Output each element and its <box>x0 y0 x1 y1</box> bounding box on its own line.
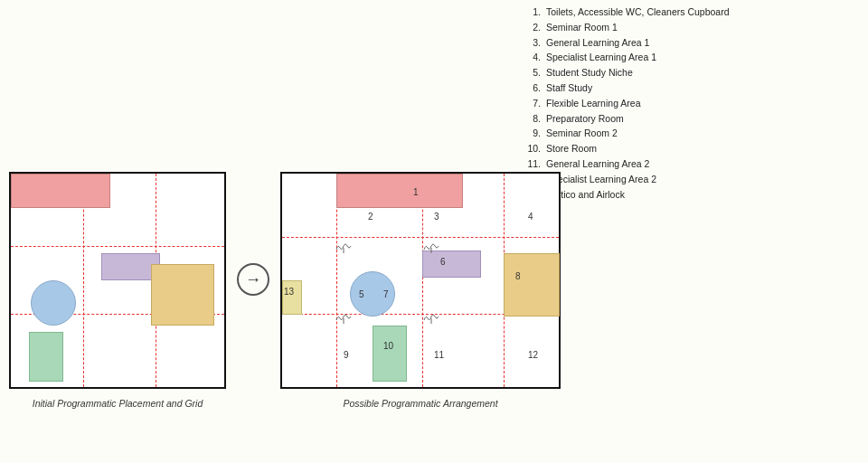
arrow-circle: → <box>237 263 269 296</box>
legend-item: 4.Specialist Learning Area 1 <box>524 50 859 65</box>
num-8: 8 <box>515 271 521 281</box>
num-1: 1 <box>413 187 419 197</box>
legend-label: Toilets, Accessible WC, Cleaners Cupboar… <box>546 5 730 20</box>
legend-label: Seminar Room 1 <box>546 20 618 35</box>
plant-1 <box>335 239 353 257</box>
legend-num: 2. <box>524 20 541 35</box>
right-block-yellow <box>504 253 560 317</box>
num-5: 5 <box>359 289 364 299</box>
legend-label: Preparatory Room <box>546 111 624 127</box>
num-10: 10 <box>383 341 393 351</box>
legend-label: General Learning Area 1 <box>546 35 649 51</box>
legend-label: Flexible Learning Area <box>546 96 640 111</box>
diagrams-row: Initial Programmatic Placement and Grid … <box>9 172 859 409</box>
grid-h1 <box>11 246 224 247</box>
legend-num: 9. <box>524 126 541 141</box>
num-3: 3 <box>434 212 439 222</box>
legend-num: 1. <box>524 5 541 20</box>
right-block-pink <box>336 174 463 208</box>
num-11: 11 <box>434 350 444 360</box>
legend-item: 8.Preparatory Room <box>524 111 859 127</box>
num-4: 4 <box>528 212 533 222</box>
block-yellow <box>151 264 214 326</box>
legend-item: 6.Staff Study <box>524 80 859 96</box>
legend-label: Staff Study <box>546 80 592 96</box>
legend-label: Student Study Niche <box>546 65 633 80</box>
right-diagram-wrapper: 2 3 4 7 9 11 12 1 6 8 5 10 13 <box>280 172 561 409</box>
legend-item: 5.Student Study Niche <box>524 65 859 80</box>
block-pink-left <box>11 174 110 208</box>
legend-item: 9.Seminar Room 2 <box>524 126 859 141</box>
legend-label: Store Room <box>546 141 597 156</box>
legend-label: General Learning Area 2 <box>546 156 649 172</box>
legend-num: 10. <box>524 141 541 156</box>
left-diagram-label: Initial Programmatic Placement and Grid <box>33 398 203 409</box>
num-7: 7 <box>383 289 389 299</box>
right-block-yellow-small <box>282 280 302 315</box>
block-green <box>29 332 63 382</box>
legend-num: 3. <box>524 35 541 51</box>
legend-num: 6. <box>524 80 541 96</box>
legend-item: 11.General Learning Area 2 <box>524 156 859 172</box>
legend-num: 8. <box>524 111 541 127</box>
legend-num: 4. <box>524 50 541 65</box>
arrow-container: → <box>235 171 271 388</box>
legend-num: 5. <box>524 65 541 80</box>
num-6: 6 <box>440 257 446 267</box>
plant-2 <box>422 239 440 257</box>
right-diagram-label: Possible Programmatic Arrangement <box>343 398 497 409</box>
num-12: 12 <box>528 350 538 360</box>
legend-num: 11. <box>524 156 541 172</box>
legend-num: 7. <box>524 96 541 111</box>
legend-item: 7.Flexible Learning Area <box>524 96 859 111</box>
legend-label: Seminar Room 2 <box>546 126 618 141</box>
left-floorplan <box>9 172 226 389</box>
num-2: 2 <box>368 212 373 222</box>
legend-item: 10.Store Room <box>524 141 859 156</box>
plant-4 <box>422 309 440 327</box>
right-floorplan: 2 3 4 7 9 11 12 1 6 8 5 10 13 <box>280 172 561 389</box>
block-circle-blue <box>31 280 76 326</box>
legend-item: 1.Toilets, Accessible WC, Cleaners Cupbo… <box>524 5 859 20</box>
num-9: 9 <box>344 350 349 360</box>
legend-label: Specialist Learning Area 1 <box>546 50 656 65</box>
num-13: 13 <box>284 287 294 297</box>
legend-item: 2.Seminar Room 1 <box>524 20 859 35</box>
plant-3 <box>335 309 353 327</box>
right-block-green <box>373 326 407 382</box>
legend-item: 3.General Learning Area 1 <box>524 35 859 51</box>
left-diagram-wrapper: Initial Programmatic Placement and Grid <box>9 172 226 409</box>
right-grid-h1 <box>282 237 559 238</box>
arrow-symbol: → <box>245 270 261 289</box>
